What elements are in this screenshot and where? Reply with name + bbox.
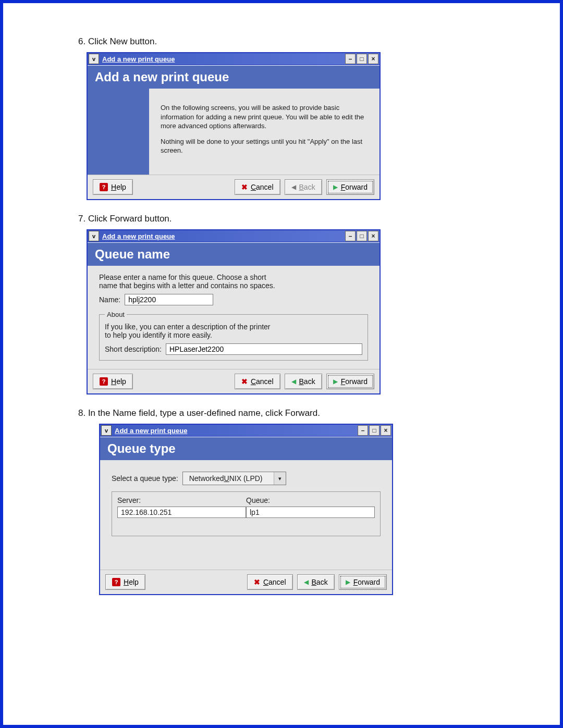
maximize-button[interactable]: □ — [369, 425, 380, 436]
wizard-sidebar — [88, 89, 149, 175]
name-input[interactable] — [125, 294, 213, 305]
server-label: Server: — [117, 496, 246, 507]
cancel-button[interactable]: ✖ Cancel — [235, 179, 280, 195]
chevron-down-icon: ▾ — [274, 472, 286, 485]
titlebar[interactable]: v Add a new print queue – □ × — [88, 230, 380, 242]
minimize-button[interactable]: – — [345, 231, 356, 241]
cancel-button[interactable]: ✖ Cancel — [247, 574, 293, 590]
window-title: Add a new print queue — [101, 232, 345, 240]
window-title: Add a new print queue — [101, 55, 345, 63]
cancel-icon: ✖ — [241, 183, 248, 191]
forward-button[interactable]: ▶ Forward — [326, 179, 374, 195]
cancel-icon: ✖ — [241, 377, 248, 386]
button-bar: ? Help ✖ Cancel ◀ Back ▶ Forward — [88, 175, 380, 199]
name-label: Name: — [99, 295, 120, 304]
cancel-button[interactable]: ✖ Cancel — [235, 374, 280, 389]
description-label: Short description: — [105, 345, 162, 353]
queue-type-value: Networked UNIX (LPD) — [183, 472, 274, 485]
about-line-1: If you like, you can enter a description… — [105, 323, 362, 331]
forward-icon: ▶ — [333, 183, 338, 191]
dialog-body: On the following screens, you will be as… — [149, 89, 380, 175]
queue-label: Queue: — [246, 496, 375, 507]
about-line-2: to help you identify it more easily. — [105, 331, 362, 339]
help-button[interactable]: ? Help — [93, 374, 133, 389]
description-input[interactable] — [166, 343, 362, 355]
close-button[interactable]: × — [368, 54, 378, 64]
dialog-queue-type: v Add a new print queue – □ × Queue type… — [99, 424, 393, 595]
server-queue-frame: Server: Queue: 192.168.10.251 lp1 — [112, 491, 381, 536]
queue-type-select[interactable]: Networked UNIX (LPD) ▾ — [182, 472, 286, 485]
back-button[interactable]: ◀ Back — [285, 374, 322, 389]
titlebar[interactable]: v Add a new print queue – □ × — [88, 53, 380, 65]
maximize-button[interactable]: □ — [357, 54, 367, 64]
intro-paragraph-1: On the following screens, you will be as… — [161, 103, 368, 131]
intro-line-2: name that begins with a letter and conta… — [99, 281, 368, 290]
queue-type-label: Select a queue type: — [112, 474, 178, 483]
about-legend: About — [105, 311, 127, 318]
forward-button[interactable]: ▶ Forward — [339, 574, 387, 590]
queue-input[interactable]: lp1 — [246, 507, 375, 518]
dialog-banner: Queue type — [100, 437, 392, 460]
back-button[interactable]: ◀ Back — [285, 179, 322, 195]
minimize-button[interactable]: – — [345, 54, 356, 64]
about-fieldset: About If you like, you can enter a descr… — [99, 311, 368, 361]
server-input[interactable]: 192.168.10.251 — [117, 507, 246, 518]
window-menu-icon[interactable]: v — [101, 425, 112, 436]
dialog-banner: Add a new print queue — [88, 65, 380, 89]
minimize-button[interactable]: – — [358, 425, 368, 436]
dialog-banner: Queue name — [88, 242, 380, 266]
dialog-body: Select a queue type: Networked UNIX (LPD… — [100, 460, 392, 570]
button-bar: ? Help ✖ Cancel ◀ Back ▶ Forward — [100, 570, 392, 594]
intro-paragraph-2: Nothing will be done to your settings un… — [161, 137, 368, 155]
help-icon: ? — [100, 183, 108, 191]
help-icon: ? — [100, 377, 108, 386]
titlebar[interactable]: v Add a new print queue – □ × — [100, 425, 392, 437]
maximize-button[interactable]: □ — [357, 231, 367, 241]
back-icon: ◀ — [291, 378, 296, 385]
intro-line-1: Please enter a name for this queue. Choo… — [99, 273, 368, 281]
window-title: Add a new print queue — [114, 427, 358, 435]
step-7-text: 7. Click Forward button. — [78, 214, 497, 224]
forward-button[interactable]: ▶ Forward — [326, 374, 374, 389]
help-button[interactable]: ? Help — [105, 574, 145, 590]
document-page: 6. Click New button. v Add a new print q… — [0, 0, 563, 728]
back-icon: ◀ — [291, 183, 296, 191]
step-6-text: 6. Click New button. — [78, 36, 497, 47]
back-button[interactable]: ◀ Back — [297, 574, 335, 590]
step-8-text: 8. In the Name field, type a user-define… — [78, 408, 497, 418]
back-icon: ◀ — [304, 578, 309, 586]
content-container: 6. Click New button. v Add a new print q… — [78, 36, 497, 595]
close-button[interactable]: × — [381, 425, 391, 436]
dialog-body: Please enter a name for this queue. Choo… — [88, 266, 380, 369]
cancel-icon: ✖ — [254, 578, 260, 586]
button-bar: ? Help ✖ Cancel ◀ Back ▶ Forward — [88, 369, 380, 393]
help-button[interactable]: ? Help — [93, 179, 133, 195]
forward-icon: ▶ — [346, 578, 350, 586]
forward-icon: ▶ — [333, 378, 338, 385]
dialog-add-print-queue-intro: v Add a new print queue – □ × Add a new … — [87, 52, 381, 200]
window-menu-icon[interactable]: v — [89, 231, 99, 241]
dialog-queue-name: v Add a new print queue – □ × Queue name… — [87, 229, 381, 394]
window-menu-icon[interactable]: v — [89, 54, 99, 64]
close-button[interactable]: × — [368, 231, 378, 241]
help-icon: ? — [112, 578, 120, 586]
